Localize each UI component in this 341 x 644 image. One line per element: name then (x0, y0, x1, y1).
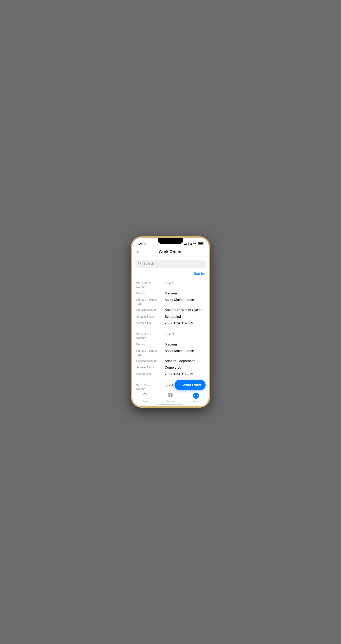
svg-line-4 (141, 264, 142, 265)
field-value: 7/23/2024 9:35 AM (165, 372, 205, 376)
fab-label: Work Order (183, 383, 202, 387)
tab-library[interactable]: Library (164, 392, 177, 402)
phone-frame: 12:13 ⌘ (131, 236, 210, 408)
field-label: Primary Incident Type (136, 298, 165, 306)
field-row: Work Order Number00752 (136, 281, 205, 289)
phone-screen: 12:13 ⌘ (132, 238, 209, 406)
signal-icon (184, 242, 189, 246)
add-work-order-fab[interactable]: + Work Order (175, 380, 206, 390)
field-row: Created On7/23/2024 9:37 AM (136, 321, 205, 326)
svg-rect-6 (170, 393, 171, 397)
tab-more[interactable]: More (190, 393, 202, 402)
field-value: Medium (165, 342, 205, 347)
battery-icon (198, 242, 204, 246)
nav-header: < Work Orders (132, 248, 209, 257)
field-row: Primary Incident TypeAsset Maintenance (136, 349, 205, 357)
work-order-card-2[interactable]: Work Order Number00751PriorityMediumPrim… (132, 329, 209, 380)
search-icon (138, 262, 142, 266)
fab-plus-icon: + (179, 382, 181, 387)
field-row: Created On7/23/2024 9:35 AM (136, 372, 205, 376)
field-label: Primary Incident Type (136, 349, 165, 357)
field-label: Service Account (136, 359, 165, 363)
work-order-card-1[interactable]: Work Order Number00752PriorityMediumPrim… (132, 278, 209, 329)
wifi-icon: ⌘ (190, 242, 197, 246)
field-label: Work Order Number (136, 281, 165, 289)
tab-home-label: Home (142, 400, 148, 402)
field-row: Work Order Number00751 (136, 332, 205, 340)
notch (158, 238, 183, 244)
field-row: PriorityMedium (136, 342, 205, 347)
field-label: Priority (136, 291, 165, 296)
svg-rect-5 (169, 393, 169, 397)
page-title: Work Orders (159, 250, 182, 254)
status-time: 12:13 (137, 242, 146, 246)
work-orders-list[interactable]: Work Order Number00752PriorityMediumPrim… (132, 278, 209, 391)
svg-rect-1 (203, 243, 204, 244)
status-icons: ⌘ (184, 242, 204, 246)
field-row: Service AccountAdatum Corporation (136, 359, 205, 363)
svg-rect-2 (199, 243, 203, 244)
field-row: Primary Incident TypeAsset Maintenance (136, 298, 205, 306)
field-label: Work Order Number (136, 383, 165, 391)
sort-bar: Sort by (132, 270, 209, 278)
field-label: Work Order Number (136, 332, 165, 340)
sort-by-button[interactable]: Sort by (194, 272, 205, 276)
back-button[interactable]: < (136, 249, 139, 254)
field-value: Adventure Works Cycles (165, 308, 205, 312)
field-row: System StatusScheduled (136, 314, 205, 319)
field-label: System Status (136, 314, 165, 319)
field-value: 00752 (165, 281, 205, 286)
tab-home[interactable]: Home (139, 392, 151, 402)
field-label: Service Account (136, 308, 165, 312)
field-value: 7/23/2024 9:37 AM (165, 321, 205, 326)
field-value: Adatum Corporation (165, 359, 205, 363)
tab-bar: Home Library More (132, 391, 209, 406)
home-bar (158, 404, 183, 405)
library-icon (168, 392, 173, 399)
field-value: Asset Maintenance (165, 349, 205, 353)
field-label: Created On (136, 372, 165, 376)
field-value: Scheduled (165, 314, 205, 319)
field-value: Completed (165, 365, 205, 370)
field-value: Medium (165, 291, 205, 296)
field-value: 00751 (165, 332, 205, 336)
tab-more-label: More (193, 400, 198, 402)
home-icon (142, 392, 148, 399)
field-row: PriorityMedium (136, 291, 205, 296)
field-row: Service AccountAdventure Works Cycles (136, 308, 205, 312)
tab-library-label: Library (167, 400, 174, 402)
field-label: Created On (136, 321, 165, 325)
search-bar[interactable]: Search (135, 260, 206, 268)
field-label: System Status (136, 365, 165, 370)
more-icon (193, 393, 199, 399)
search-placeholder: Search (143, 262, 154, 266)
field-value: Asset Maintenance (165, 298, 205, 302)
field-label: Priority (136, 342, 165, 346)
search-container: Search (132, 257, 209, 270)
field-row: System StatusCompleted (136, 365, 205, 370)
